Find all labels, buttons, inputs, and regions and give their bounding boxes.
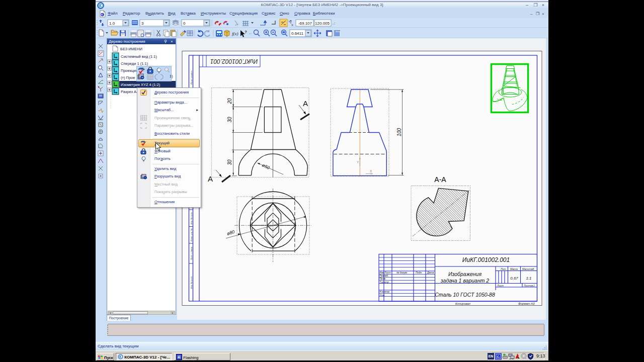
svg-text:(т) Прое: (т) Прое: [121, 75, 135, 80]
svg-text:Сталь 10 ГОСТ 1050-88: Сталь 10 ГОСТ 1050-88: [435, 292, 495, 298]
svg-text:Y: Y: [357, 160, 359, 164]
svg-text:Масса: Масса: [510, 267, 518, 270]
svg-text:3: 3: [141, 21, 144, 26]
svg-text:X: X: [370, 169, 372, 173]
svg-text:20: 20: [227, 98, 232, 105]
svg-text:Н.контр.: Н.контр.: [379, 290, 390, 293]
svg-text:30: 30: [227, 159, 232, 165]
svg-text:А3: А3: [530, 302, 535, 305]
svg-text:Изометрия XYZ 4 (1:2): Изометрия XYZ 4 (1:2): [121, 82, 160, 87]
svg-text:0,67: 0,67: [510, 276, 518, 281]
svg-text:ИиКГ.001002.001: ИиКГ.001002.001: [210, 58, 258, 65]
svg-text:120.005: 120.005: [315, 21, 330, 26]
svg-text:1.0: 1.0: [109, 21, 115, 26]
svg-text:ИиКГ.001002.001: ИиКГ.001002.001: [462, 256, 510, 263]
svg-text:-69.107: -69.107: [298, 21, 312, 26]
svg-text:Взам. инв. №: Взам. инв. №: [190, 228, 193, 241]
svg-text:А: А: [208, 174, 213, 183]
svg-text:1:1: 1:1: [526, 276, 531, 281]
svg-text:Т.контр.: Т.контр.: [379, 281, 389, 284]
svg-text:задача 1 вариант 2: задача 1 вариант 2: [440, 278, 490, 284]
svg-text:Листов: Листов: [523, 284, 533, 287]
svg-text:Изображения: Изображения: [448, 271, 481, 277]
svg-text:0.6411: 0.6411: [291, 31, 303, 36]
svg-text:БЕЗ ИМЕНИ: БЕЗ ИМЕНИ: [120, 47, 142, 51]
svg-text:Лит.: Лит.: [500, 267, 507, 270]
svg-text:Подп. и дата: Подп. и дата: [190, 246, 193, 260]
svg-text:Спереди 1 (1:1): Спереди 1 (1:1): [121, 61, 148, 66]
svg-text:Подп.: Подп.: [416, 271, 422, 274]
svg-text:Утв.: Утв.: [379, 294, 385, 297]
svg-text:Пров.: Пров.: [379, 277, 386, 280]
svg-text:Лист: Лист: [384, 271, 391, 274]
svg-text:X: X: [291, 24, 293, 27]
svg-text:Системный вид (1:1): Системный вид (1:1): [121, 54, 157, 59]
svg-text:1: 1: [533, 284, 535, 287]
svg-text:Дата: Дата: [427, 271, 434, 274]
svg-text:А: А: [303, 99, 308, 108]
svg-text:100: 100: [396, 128, 402, 136]
svg-text:Масштаб: Масштаб: [522, 267, 534, 270]
svg-text:Формат: Формат: [518, 302, 530, 305]
svg-text:Инв. № подл.: Инв. № подл.: [190, 276, 193, 289]
svg-text:Изм: Изм: [379, 271, 384, 274]
svg-text:Y: Y: [288, 20, 290, 23]
svg-text:Инв. № дубл.: Инв. № дубл.: [190, 212, 193, 225]
svg-text:А-А: А-А: [434, 175, 446, 184]
svg-text:Перв. примен.: Перв. примен.: [190, 70, 193, 84]
svg-text:30: 30: [227, 117, 232, 123]
svg-text:№ докум.: № докум.: [396, 271, 408, 274]
svg-text:Лист: Лист: [497, 284, 504, 287]
svg-text:?: ?: [245, 30, 247, 34]
svg-text:0: 0: [183, 21, 186, 26]
svg-text:f(x): f(x): [232, 31, 238, 36]
svg-text:Копировал: Копировал: [455, 302, 470, 305]
